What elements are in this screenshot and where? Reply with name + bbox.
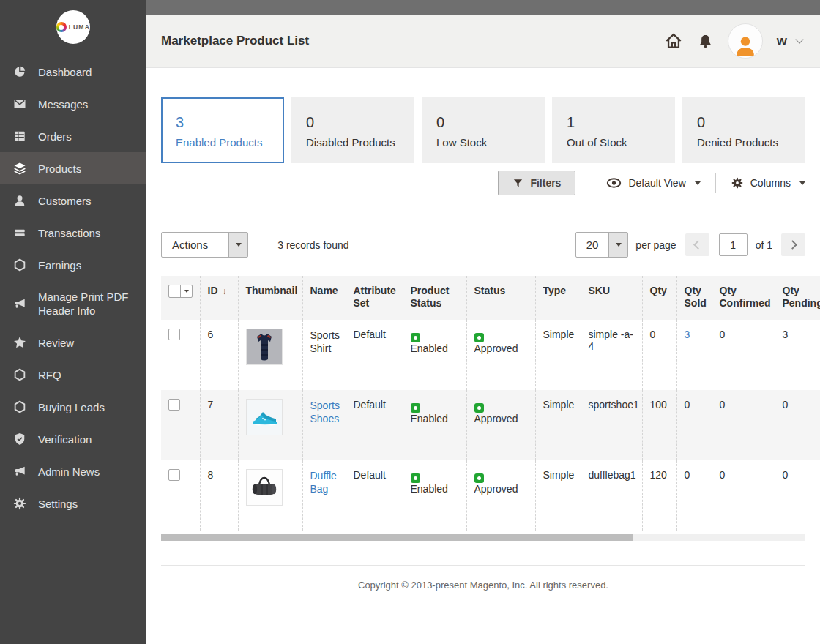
copyright-text: Copyright © 2013-present Magento, Inc. A… bbox=[161, 580, 805, 591]
status-approved-icon bbox=[474, 333, 484, 342]
previous-page-button[interactable] bbox=[685, 233, 709, 256]
notifications-bell-icon[interactable] bbox=[697, 33, 714, 50]
controls-separator bbox=[715, 173, 716, 193]
sports-shoes-thumbnail bbox=[246, 399, 283, 435]
column-header-qty-confirmed[interactable]: Qty Confirmed bbox=[712, 276, 775, 320]
sort-desc-icon: ↓ bbox=[223, 286, 227, 296]
status-approved-icon bbox=[474, 473, 484, 483]
cell-sku: sportshoe1 bbox=[581, 390, 642, 460]
cell-qty-sold-link[interactable]: 3 bbox=[676, 320, 712, 390]
select-all-header[interactable] bbox=[161, 276, 200, 320]
cell-qty-confirmed: 0 bbox=[712, 460, 775, 531]
horizontal-scrollbar-thumb[interactable] bbox=[161, 534, 633, 541]
page-total-label: of 1 bbox=[756, 239, 772, 251]
row-checkbox[interactable] bbox=[168, 329, 180, 340]
column-header-sku[interactable]: SKU bbox=[581, 276, 642, 320]
home-icon[interactable] bbox=[664, 31, 683, 50]
sidebar-item-dashboard[interactable]: Dashboard bbox=[0, 56, 146, 88]
cell-sku: simple -a-4 bbox=[581, 320, 642, 390]
column-header-id[interactable]: ID↓ bbox=[200, 276, 238, 320]
grid-controls: Filters Default View Columns bbox=[161, 171, 805, 195]
sidebar-item-review[interactable]: Review bbox=[0, 326, 146, 359]
sidebar-item-rfq[interactable]: RFQ bbox=[0, 359, 146, 391]
cell-attribute-set: Default bbox=[346, 320, 403, 390]
duffle-bag-thumbnail bbox=[246, 469, 283, 506]
sidebar-item-earnings[interactable]: Earnings bbox=[0, 249, 146, 281]
per-page-select[interactable]: 20 bbox=[575, 232, 629, 258]
column-header-qty[interactable]: Qty bbox=[642, 276, 676, 320]
gear-icon bbox=[731, 176, 744, 190]
sidebar-item-customers[interactable]: Customers bbox=[0, 184, 146, 217]
row-checkbox[interactable] bbox=[168, 469, 180, 481]
orders-icon bbox=[12, 129, 27, 143]
sidebar-item-transactions[interactable]: Transactions bbox=[0, 217, 146, 249]
filters-button[interactable]: Filters bbox=[498, 171, 575, 195]
status-enabled-icon bbox=[411, 473, 420, 483]
caret-down-icon bbox=[228, 233, 247, 257]
cell-qty-sold: 0 bbox=[676, 390, 712, 460]
column-header-name[interactable]: Name bbox=[302, 276, 346, 320]
next-page-button[interactable] bbox=[781, 233, 805, 256]
sports-shirt-thumbnail bbox=[246, 329, 283, 365]
cell-qty: 0 bbox=[642, 320, 676, 390]
card-enabled-products[interactable]: 3 Enabled Products bbox=[161, 97, 284, 163]
main-area: Marketplace Product List W 3 Enabled Pro… bbox=[146, 0, 820, 644]
sidebar-item-products[interactable]: Products bbox=[0, 152, 146, 184]
row-checkbox[interactable] bbox=[168, 399, 180, 411]
table-row: 6 Sports Shirt Default Enabled Approved … bbox=[161, 320, 820, 390]
select-all-checkbox[interactable] bbox=[169, 285, 180, 297]
transactions-icon bbox=[12, 225, 27, 240]
shield-check-icon bbox=[12, 432, 27, 446]
luma-ring-icon bbox=[56, 22, 67, 32]
cell-qty-sold: 0 bbox=[676, 460, 712, 531]
user-avatar[interactable] bbox=[728, 23, 763, 59]
sidebar-item-messages[interactable]: Messages bbox=[0, 88, 146, 120]
cell-product-name-link[interactable]: Duffle Bag bbox=[302, 460, 346, 531]
table-header-row: ID↓ Thumbnail Name Attribute Set Product… bbox=[161, 276, 820, 320]
default-view-control[interactable]: Default View bbox=[606, 177, 700, 189]
sidebar-item-orders[interactable]: Orders bbox=[0, 120, 146, 152]
sidebar-nav: Dashboard Messages Orders Products Custo bbox=[0, 56, 146, 520]
megaphone-icon bbox=[12, 296, 27, 311]
table-row: 8 Duffle Bag Default Enabled Approved Si… bbox=[161, 460, 820, 531]
sidebar-item-admin-news[interactable]: Admin News bbox=[0, 455, 146, 487]
card-disabled-products[interactable]: 0 Disabled Products bbox=[291, 97, 414, 163]
cell-id: 7 bbox=[200, 390, 238, 460]
page-number-input[interactable]: 1 bbox=[719, 233, 748, 256]
caret-down-icon[interactable] bbox=[180, 285, 192, 297]
person-icon bbox=[733, 33, 758, 58]
column-header-type[interactable]: Type bbox=[535, 276, 581, 320]
card-low-stock[interactable]: 0 Low Stock bbox=[422, 97, 545, 163]
sidebar-item-manage-print-pdf[interactable]: Manage Print PDF Header Info bbox=[0, 281, 146, 326]
sidebar-item-settings[interactable]: Settings bbox=[0, 487, 146, 520]
column-header-qty-sold[interactable]: Qty Sold bbox=[676, 276, 712, 320]
megaphone-icon bbox=[12, 464, 27, 479]
card-denied-products[interactable]: 0 Denied Products bbox=[682, 97, 805, 163]
chevron-right-icon bbox=[788, 240, 797, 250]
cell-qty-pending: 3 bbox=[775, 320, 820, 390]
star-icon bbox=[12, 335, 27, 350]
cell-product-name-link[interactable]: Sports Shoes bbox=[302, 390, 346, 460]
column-header-thumbnail[interactable]: Thumbnail bbox=[238, 276, 302, 320]
column-header-product-status[interactable]: Product Status bbox=[403, 276, 466, 320]
sidebar-item-buying-leads[interactable]: Buying Leads bbox=[0, 391, 146, 423]
user-initial[interactable]: W bbox=[777, 35, 787, 48]
actions-select[interactable]: Actions bbox=[161, 232, 248, 258]
products-icon bbox=[12, 161, 27, 176]
dashboard-icon bbox=[12, 64, 27, 79]
gear-icon bbox=[12, 496, 27, 511]
cell-type: Simple bbox=[535, 390, 581, 460]
records-count: 3 records found bbox=[277, 239, 348, 251]
status-enabled-icon bbox=[411, 403, 420, 413]
chevron-down-icon[interactable] bbox=[795, 35, 803, 43]
luma-logo[interactable]: LUMA bbox=[56, 10, 90, 44]
luma-logo-text: LUMA bbox=[69, 23, 90, 31]
column-header-status[interactable]: Status bbox=[466, 276, 535, 320]
page-header: Marketplace Product List W bbox=[146, 15, 820, 68]
status-approved-icon bbox=[474, 403, 484, 413]
column-header-attribute-set[interactable]: Attribute Set bbox=[346, 276, 403, 320]
card-out-of-stock[interactable]: 1 Out of Stock bbox=[552, 97, 675, 163]
sidebar-item-verification[interactable]: Verification bbox=[0, 423, 146, 455]
columns-control[interactable]: Columns bbox=[731, 176, 805, 190]
column-header-qty-pending[interactable]: Qty Pending bbox=[775, 276, 820, 320]
